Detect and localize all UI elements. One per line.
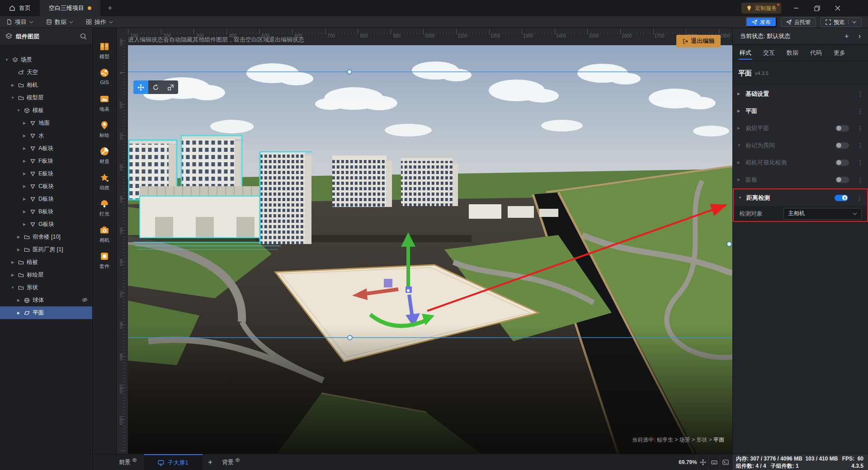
kebab-menu-icon[interactable]: ⋮ bbox=[857, 125, 863, 132]
caret-down-icon[interactable]: ▼ bbox=[10, 286, 15, 290]
tree-item-D板块[interactable]: ▶ D板块 bbox=[0, 193, 92, 205]
close-button[interactable] bbox=[831, 0, 844, 16]
section-header-标记为房间[interactable]: ▼ 标记为房间 ⋮ bbox=[733, 137, 868, 154]
selection-handle[interactable] bbox=[727, 242, 731, 246]
panel-tab-样式[interactable]: 样式 bbox=[740, 45, 751, 61]
tool-gis[interactable]: GIS bbox=[93, 68, 116, 94]
section-header-裁切平面[interactable]: ▶ 裁切平面 ⋮ bbox=[733, 120, 868, 136]
section-toggle[interactable] bbox=[835, 177, 849, 183]
kebab-menu-icon[interactable]: ⋮ bbox=[857, 108, 863, 115]
tree-item-形状[interactable]: ▼ 形状 bbox=[0, 281, 92, 294]
caret-right-icon[interactable]: ▶ bbox=[16, 248, 21, 252]
tree-item-场景[interactable]: ▼ 场景 bbox=[0, 53, 92, 66]
caret-right-icon[interactable]: ▶ bbox=[22, 222, 27, 226]
expand-states-button[interactable]: › bbox=[859, 32, 861, 40]
caret-right-icon[interactable]: ▶ bbox=[10, 83, 15, 87]
tree-item-A板块[interactable]: ▶ A板块 bbox=[0, 142, 92, 155]
custom-service-badge[interactable]: 定制服务 bbox=[741, 3, 781, 14]
caret-right-icon[interactable]: ▶ bbox=[22, 210, 27, 214]
tree-item-宿舍楼 [10][interactable]: ▶ 宿舍楼 [10] bbox=[0, 230, 92, 243]
scale-tool-button[interactable] bbox=[163, 80, 178, 94]
section-header-基础设置[interactable]: ▶ 基础设置 ⋮ bbox=[733, 85, 868, 102]
caret-right-icon[interactable]: ▶ bbox=[22, 121, 27, 125]
tree-item-G板块[interactable]: ▶ G板块 bbox=[0, 218, 92, 230]
search-icon[interactable] bbox=[80, 33, 87, 40]
section-header-相机可视化检测[interactable]: ▶ 相机可视化检测 ⋮ bbox=[733, 154, 868, 171]
cloud-host-button[interactable]: 云托管 bbox=[781, 17, 816, 27]
tool-camera[interactable]: 相机 bbox=[93, 225, 116, 251]
caret-down-icon[interactable]: ▼ bbox=[738, 196, 743, 200]
panel-tab-交互[interactable]: 交互 bbox=[763, 45, 775, 61]
zoom-level[interactable]: 69.79% bbox=[679, 459, 697, 465]
panel-tab-代码[interactable]: 代码 bbox=[810, 45, 822, 61]
caret-right-icon[interactable]: ▶ bbox=[10, 260, 15, 264]
section-header-距离检测[interactable]: ▼ 距离检测 ⋮ bbox=[734, 189, 867, 206]
move-tool-button[interactable] bbox=[133, 80, 148, 94]
selection-handle[interactable] bbox=[348, 335, 352, 340]
caret-down-icon[interactable]: ▼ bbox=[737, 143, 742, 147]
menu-project[interactable]: 项目 bbox=[0, 16, 40, 28]
new-tab-button[interactable]: + bbox=[100, 0, 120, 16]
caret-down-icon[interactable]: ▼ bbox=[10, 96, 15, 100]
background-tab[interactable]: 背景 ⊕ bbox=[222, 454, 240, 470]
tree-item-标绘层[interactable]: ▶ 标绘层 bbox=[0, 268, 92, 281]
panel-tab-更多[interactable]: 更多 bbox=[834, 45, 845, 61]
tree-item-天空[interactable]: 天空 bbox=[0, 66, 92, 79]
tree-item-C板块[interactable]: ▶ C板块 bbox=[0, 180, 92, 193]
caret-right-icon[interactable]: ▶ bbox=[16, 311, 21, 315]
menu-operations[interactable]: 操作 bbox=[80, 16, 119, 28]
foreground-tab[interactable]: 前景 ⊕ bbox=[119, 454, 137, 470]
section-toggle[interactable] bbox=[835, 195, 848, 201]
tree-item-植被[interactable]: ▶ 植被 bbox=[0, 256, 92, 268]
caret-right-icon[interactable]: ▶ bbox=[22, 172, 27, 176]
kebab-menu-icon[interactable]: ⋮ bbox=[857, 142, 863, 149]
caret-right-icon[interactable]: ▶ bbox=[22, 184, 27, 188]
tab-home[interactable]: 首页 bbox=[0, 0, 40, 16]
caret-right-icon[interactable]: ▶ bbox=[22, 134, 27, 138]
tree-item-球体[interactable]: ▶ 球体 bbox=[0, 294, 92, 306]
caret-right-icon[interactable]: ▶ bbox=[737, 178, 742, 182]
tree-item-地面[interactable]: ▶ 地面 bbox=[0, 117, 92, 129]
tool-plot[interactable]: 标绘 bbox=[93, 120, 116, 146]
caret-right-icon[interactable]: ▶ bbox=[22, 159, 27, 163]
screen-tab[interactable]: 子大屏1 bbox=[144, 454, 203, 470]
caret-right-icon[interactable]: ▶ bbox=[737, 109, 742, 113]
section-header-平面[interactable]: ▶ 平面 ⋮ bbox=[733, 103, 868, 119]
detection-target-select[interactable]: 主相机 bbox=[783, 208, 862, 220]
caret-right-icon[interactable]: ▶ bbox=[737, 126, 742, 130]
add-state-button[interactable]: ＋ bbox=[843, 32, 850, 41]
caret-right-icon[interactable]: ▶ bbox=[22, 146, 27, 150]
selection-handle[interactable] bbox=[347, 70, 352, 74]
caret-right-icon[interactable]: ▶ bbox=[16, 235, 21, 239]
add-foreground-icon[interactable]: ⊕ bbox=[132, 456, 137, 463]
tool-material[interactable]: 材质 bbox=[93, 146, 116, 173]
maximize-button[interactable] bbox=[810, 0, 824, 16]
tool-kit[interactable]: 套件 bbox=[93, 251, 116, 277]
caret-right-icon[interactable]: ▶ bbox=[16, 298, 21, 302]
kebab-menu-icon[interactable]: ⋮ bbox=[857, 90, 863, 98]
kebab-menu-icon[interactable]: ⋮ bbox=[857, 176, 863, 183]
tree-item-B板块[interactable]: ▶ B板块 bbox=[0, 205, 92, 218]
tree-item-水[interactable]: ▶ 水 bbox=[0, 129, 92, 142]
exit-edit-button[interactable]: 退出编辑 bbox=[676, 35, 721, 47]
rotate-tool-button[interactable] bbox=[148, 80, 163, 94]
visibility-off-icon[interactable] bbox=[82, 297, 88, 303]
shortcut-keys-button[interactable] bbox=[708, 454, 720, 470]
tree-item-E板块[interactable]: ▶ E板块 bbox=[0, 167, 92, 180]
preview-button[interactable]: 预览 bbox=[820, 17, 862, 27]
menu-data[interactable]: 数据 bbox=[40, 16, 80, 28]
section-toggle[interactable] bbox=[835, 160, 849, 166]
kebab-menu-icon[interactable]: ⋮ bbox=[856, 194, 863, 202]
caret-right-icon[interactable]: ▶ bbox=[22, 197, 27, 201]
publish-button[interactable]: 发布 bbox=[746, 17, 777, 27]
tool-light[interactable]: 灯光 bbox=[93, 199, 116, 225]
panel-tab-数据[interactable]: 数据 bbox=[787, 45, 798, 61]
section-toggle[interactable] bbox=[835, 125, 849, 132]
section-header-面板[interactable]: ▶ 面板 ⋮ bbox=[733, 171, 868, 188]
minimize-button[interactable] bbox=[789, 0, 803, 16]
tab-project[interactable]: 空白三维项目 bbox=[40, 0, 100, 16]
tree-item-相机[interactable]: ▶ 相机 bbox=[0, 79, 92, 91]
caret-down-icon[interactable]: ▼ bbox=[5, 58, 9, 62]
caret-right-icon[interactable]: ▶ bbox=[10, 273, 15, 277]
tree-item-平面[interactable]: ▶ 平面 bbox=[0, 306, 92, 319]
